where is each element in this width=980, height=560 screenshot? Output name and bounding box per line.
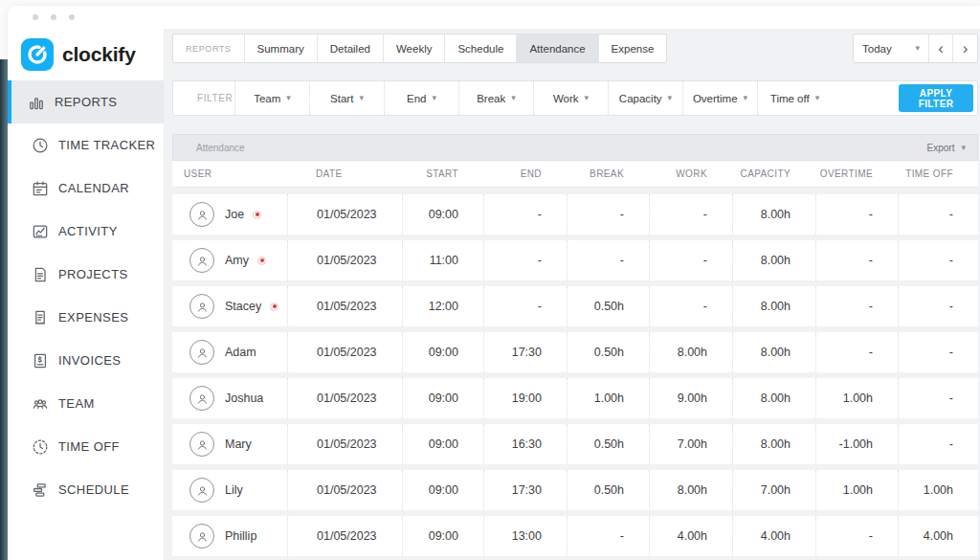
sidebar-item-team[interactable]: TEAM	[8, 382, 164, 425]
tab-summary[interactable]: Summary	[245, 34, 318, 62]
invoices-icon	[31, 351, 50, 370]
filter-team[interactable]: Team	[234, 81, 309, 115]
end-cell: 17:30	[483, 470, 567, 510]
logo[interactable]: clockify	[8, 29, 164, 80]
avatar	[189, 248, 214, 273]
filter-label: Time off	[770, 93, 810, 104]
end-cell: 16:30	[483, 424, 567, 464]
table-column-headers: USERDATESTARTENDBREAKWORKCAPACITYOVERTIM…	[172, 161, 978, 188]
time-off-cell: -	[898, 378, 978, 418]
avatar	[189, 386, 214, 411]
tab-detailed[interactable]: Detailed	[318, 34, 384, 62]
sidebar-item-projects[interactable]: PROJECTS	[8, 253, 164, 296]
filter-label: Break	[477, 93, 505, 104]
background-strip	[0, 59, 8, 560]
filter-label: Capacity	[619, 93, 662, 104]
reports-icon	[27, 93, 46, 112]
sidebar-item-invoices[interactable]: INVOICES	[8, 339, 164, 382]
table-rows: Joe01/05/202309:00---8.00h--Amy01/05/202…	[172, 194, 978, 556]
user-cell: Adam	[172, 332, 287, 372]
caret-down-icon	[286, 94, 291, 102]
table-row[interactable]: Joshua01/05/202309:0019:001.00h9.00h8.00…	[172, 378, 978, 418]
start-cell: 11:00	[402, 240, 483, 280]
filter-work[interactable]: Work	[533, 81, 608, 115]
filter-label: Overtime	[693, 93, 738, 104]
team-icon	[31, 394, 50, 414]
tabs-group-label: REPORTS	[173, 34, 245, 62]
column-header-capacity: CAPACITY	[732, 168, 815, 179]
window-dot-icon	[51, 14, 56, 20]
user-cell: Phillip	[172, 516, 287, 556]
filter-overtime[interactable]: Overtime	[682, 81, 757, 115]
tab-expense[interactable]: Expense	[599, 34, 667, 62]
sidebar-item-label: TEAM	[58, 396, 95, 411]
sidebar-item-calendar[interactable]: CALENDAR	[8, 167, 164, 210]
table-row[interactable]: Stacey01/05/202312:00-0.50h-8.00h--	[172, 286, 978, 326]
previous-period-button[interactable]	[929, 34, 953, 62]
date-range-select[interactable]: Today	[854, 34, 929, 62]
work-cell: -	[649, 240, 732, 280]
break-cell: 0.50h	[567, 332, 649, 372]
end-cell: -	[483, 240, 567, 280]
column-header-start: START	[402, 168, 483, 179]
user-cell: Joshua	[172, 378, 287, 418]
column-header-user: USER	[172, 168, 287, 179]
user-name: Lily	[225, 483, 243, 497]
report-toolbar: REPORTS SummaryDetailedWeeklyScheduleAtt…	[172, 34, 978, 63]
sidebar-item-label: CALENDAR	[58, 181, 129, 195]
sidebar-item-reports[interactable]: REPORTS	[8, 80, 164, 123]
activity-icon	[31, 222, 50, 241]
user-name: Joe	[225, 208, 244, 221]
filter-label: Start	[330, 93, 353, 104]
start-cell: 09:00	[402, 194, 483, 235]
caret-down-icon	[668, 94, 673, 102]
table-row[interactable]: Phillip01/05/202309:0013:00-4.00h4.00h-4…	[172, 516, 978, 556]
filter-break[interactable]: Break	[458, 81, 533, 115]
tracking-indicator-icon	[257, 257, 266, 265]
sidebar-nav: REPORTSTIME TRACKERCALENDARACTIVITYPROJE…	[8, 80, 164, 511]
capacity-cell: 8.00h	[732, 286, 815, 326]
capacity-cell: 8.00h	[732, 332, 815, 372]
table-row[interactable]: Joe01/05/202309:00---8.00h--	[172, 194, 978, 235]
clockify-logo-icon	[21, 38, 54, 71]
main-content: REPORTS SummaryDetailedWeeklyScheduleAtt…	[165, 29, 980, 560]
sidebar-item-time-off[interactable]: TIME OFF	[8, 425, 164, 468]
sidebar-item-schedule[interactable]: SCHEDULE	[8, 468, 164, 511]
table-row[interactable]: Adam01/05/202309:0017:300.50h8.00h8.00h-…	[172, 332, 978, 372]
sidebar-item-label: ACTIVITY	[58, 224, 118, 238]
sidebar-item-expenses[interactable]: EXPENSES	[8, 296, 164, 339]
date-cell: 01/05/2023	[287, 240, 402, 280]
work-cell: 8.00h	[649, 470, 732, 510]
table-row[interactable]: Mary01/05/202309:0016:300.50h7.00h8.00h-…	[172, 424, 978, 464]
tab-schedule[interactable]: Schedule	[445, 34, 517, 62]
capacity-cell: 8.00h	[732, 194, 815, 235]
sidebar-item-activity[interactable]: ACTIVITY	[8, 210, 164, 253]
filter-start[interactable]: Start	[309, 81, 384, 115]
filter-time-off[interactable]: Time off	[757, 81, 832, 115]
date-cell: 01/05/2023	[287, 424, 402, 464]
date-range-controls: Today	[853, 34, 978, 63]
table-row[interactable]: Lily01/05/202309:0017:300.50h8.00h7.00h1…	[172, 470, 978, 510]
user-cell: Joe	[172, 194, 287, 235]
filter-bar-label: FILTER	[173, 81, 234, 115]
window-titlebar	[8, 6, 980, 29]
filter-end[interactable]: End	[384, 81, 458, 115]
apply-filter-button[interactable]: APPLY FILTER	[899, 84, 973, 112]
tab-weekly[interactable]: Weekly	[384, 34, 446, 62]
tab-attendance[interactable]: Attendance	[517, 34, 598, 62]
overtime-cell: 1.00h	[815, 378, 898, 418]
table-row[interactable]: Amy01/05/202311:00---8.00h--	[172, 240, 978, 280]
user-name: Joshua	[225, 392, 263, 405]
user-cell: Mary	[172, 424, 287, 464]
break-cell: 1.00h	[567, 378, 649, 418]
filter-items: TeamStartEndBreakWorkCapacityOvertimeTim…	[234, 81, 832, 115]
avatar	[189, 524, 214, 549]
export-dropdown[interactable]: Export	[927, 143, 966, 153]
sidebar-item-time-tracker[interactable]: TIME TRACKER	[8, 123, 164, 167]
start-cell: 09:00	[402, 516, 483, 556]
filter-capacity[interactable]: Capacity	[608, 81, 682, 115]
start-cell: 12:00	[402, 286, 483, 326]
user-name: Stacey	[225, 300, 261, 313]
logo-text: clockify	[62, 43, 136, 66]
next-period-button[interactable]	[953, 34, 977, 62]
